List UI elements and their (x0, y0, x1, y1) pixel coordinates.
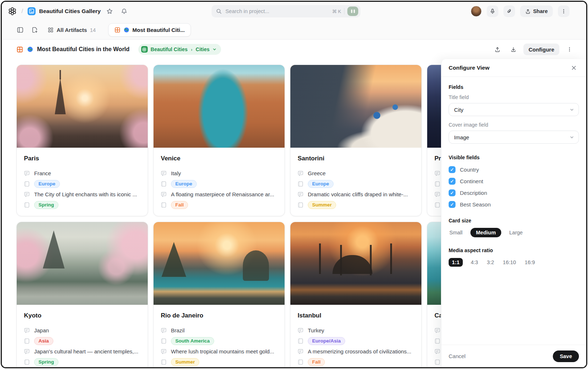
card-cover-image (154, 65, 285, 148)
view-more-menu-button[interactable] (564, 44, 575, 55)
aspect-ratio-option[interactable]: 16:10 (502, 258, 516, 267)
share-icon (525, 9, 531, 14)
card-field-description: Where lush tropical mountains meet gold.… (161, 346, 277, 357)
new-artifact-icon[interactable] (29, 24, 40, 36)
country-value: Italy (171, 170, 181, 176)
checkbox-checked[interactable]: ✓ (449, 166, 456, 173)
cover-field-select[interactable]: Image (449, 131, 579, 144)
app-logo-icon[interactable] (8, 7, 17, 16)
city-card[interactable]: Paris France Europe The City of Light en… (16, 65, 148, 216)
share-button[interactable]: Share (520, 5, 553, 17)
select-field-icon (161, 359, 167, 365)
text-field-icon (298, 349, 303, 354)
select-field-icon (298, 202, 303, 208)
tab-all-artifacts[interactable]: All Artifacts 14 (43, 24, 100, 37)
text-field-icon (298, 328, 303, 333)
description-value: A mesmerizing crossroads of civilization… (308, 348, 411, 354)
share-label: Share (533, 8, 548, 14)
text-field-icon (161, 192, 167, 197)
download-button[interactable] (507, 44, 519, 55)
main-content: Most Beautiful Cities in the World Beaut… (2, 39, 586, 367)
card-size-option[interactable]: Small (449, 228, 463, 237)
text-field-icon (434, 349, 440, 354)
database-icon (141, 46, 148, 53)
favorite-star-icon[interactable] (104, 6, 115, 17)
title-field-select[interactable]: City (449, 103, 579, 116)
city-card[interactable]: Venice Italy Europe A floating masterpie… (153, 65, 285, 216)
card-cover-image (17, 222, 148, 305)
user-avatar[interactable] (471, 6, 482, 17)
text-field-icon (434, 328, 440, 333)
visible-field-label: Best Season (460, 201, 491, 208)
visible-field-row[interactable]: ✓ Country (449, 165, 579, 174)
card-field-description: A floating masterpiece of Renaissance ar… (161, 189, 277, 200)
assistant-icon[interactable] (347, 7, 358, 16)
breadcrumb-table[interactable]: Cities (196, 46, 209, 52)
project-icon[interactable] (28, 7, 36, 15)
text-field-icon (161, 349, 167, 354)
card-field-season: Fall (161, 200, 277, 210)
country-value: Brazil (171, 327, 185, 333)
cover-field-label: Cover image field (449, 122, 579, 128)
configure-button[interactable]: Configure (523, 44, 559, 55)
visible-field-row[interactable]: ✓ Continent (449, 176, 579, 186)
tab-most-beautiful-cities[interactable]: Most Beautiful Citi... (108, 23, 191, 37)
app-window: / Beautiful Cities Gallery ⌘ K (1, 1, 587, 368)
season-tag: Fall (171, 201, 188, 209)
close-icon[interactable] (569, 63, 579, 73)
select-field-icon (434, 181, 440, 187)
aspect-ratio-option[interactable]: 16:9 (524, 258, 536, 267)
text-field-icon (24, 328, 30, 333)
card-field-country: Turkey (298, 325, 414, 336)
city-card[interactable]: Santorini Greece Europe Dramatic volcani… (290, 65, 422, 216)
aspect-ratio-option[interactable]: 3:2 (486, 258, 495, 267)
continent-tag: Europe/Asia (308, 337, 345, 345)
globe-icon (123, 27, 130, 33)
card-cover-image (290, 222, 421, 305)
card-size-options: SmallMediumLarge (449, 228, 579, 237)
breadcrumb-database[interactable]: Beautiful Cities (151, 46, 188, 52)
season-tag: Spring (34, 201, 58, 209)
continent-tag: Europe (34, 180, 60, 188)
save-button[interactable]: Save (553, 350, 579, 362)
globe-icon (27, 46, 33, 53)
card-title: Venice (161, 155, 277, 162)
visible-field-row[interactable]: ✓ Description (449, 188, 579, 197)
continent-tag: Europe (308, 180, 334, 188)
fields-heading: Fields (449, 84, 579, 90)
city-card[interactable]: Rio de Janeiro Brazil South America Wher… (153, 222, 285, 367)
aspect-ratio-option[interactable]: 1:1 (449, 258, 463, 267)
select-field-icon (298, 338, 303, 344)
card-cover-image (154, 222, 285, 305)
sidebar-toggle-icon[interactable] (14, 24, 26, 36)
attachment-button[interactable] (503, 5, 515, 17)
continent-tag: South America (171, 337, 214, 345)
microphone-button[interactable] (487, 5, 498, 17)
search-input[interactable] (225, 8, 329, 15)
card-field-season: Summer (298, 200, 414, 210)
search-bar[interactable]: ⌘ K (212, 5, 360, 17)
export-button[interactable] (491, 44, 503, 55)
search-icon (216, 8, 222, 14)
text-field-icon (298, 171, 303, 176)
card-field-continent: Europe/Asia (298, 336, 414, 346)
checkbox-checked[interactable]: ✓ (449, 178, 456, 185)
city-card[interactable]: Istanbul Turkey Europe/Asia A mesmerizin… (290, 222, 422, 367)
city-card[interactable]: Kyoto Japan Asia Japan's cultural heart … (16, 222, 148, 367)
visible-field-row[interactable]: ✓ Best Season (449, 200, 579, 209)
card-field-continent: South America (161, 336, 277, 346)
notifications-bell-icon[interactable] (119, 6, 130, 17)
checkbox-checked[interactable]: ✓ (449, 189, 456, 196)
card-size-option[interactable]: Medium (470, 228, 501, 237)
season-tag: Summer (308, 201, 336, 209)
card-field-description: Japan's cultural heart — ancient temples… (24, 346, 140, 357)
card-size-option[interactable]: Large (509, 228, 523, 237)
card-field-country: France (24, 168, 140, 179)
checkbox-checked[interactable]: ✓ (449, 201, 456, 208)
cancel-button[interactable]: Cancel (449, 353, 466, 359)
more-menu-button[interactable] (558, 5, 569, 17)
aspect-ratio-option[interactable]: 4:3 (470, 258, 479, 267)
breadcrumb[interactable]: Beautiful Cities › Cities (138, 44, 221, 55)
continent-tag: Asia (34, 337, 53, 345)
visible-field-label: Description (460, 190, 487, 196)
